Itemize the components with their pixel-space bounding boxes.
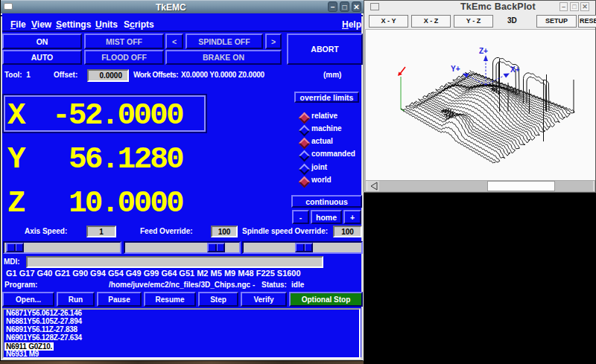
svg-text:X+: X+: [510, 66, 520, 74]
svg-text:Y+: Y+: [451, 65, 460, 73]
svg-text:Z+: Z+: [479, 47, 488, 55]
